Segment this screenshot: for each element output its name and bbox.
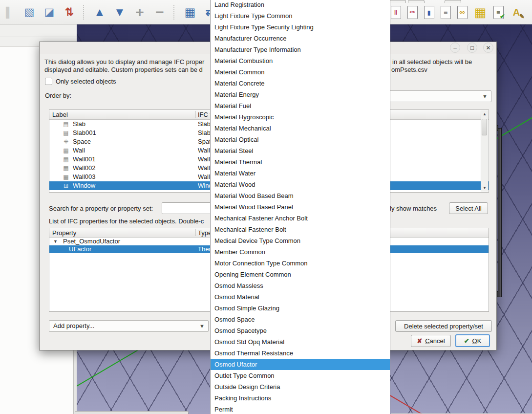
doc-book-icon[interactable]: ▮ — [423, 4, 435, 21]
column-ifc-type[interactable]: IFC t — [198, 111, 212, 118]
dropdown-item[interactable]: Material Wood — [211, 179, 390, 190]
dropdown-item[interactable]: Manufacturer Occurrence — [211, 33, 390, 44]
dropdown-item[interactable]: Osmod Space — [211, 314, 390, 325]
dropdown-item[interactable]: Land Registration — [211, 0, 390, 10]
dropdown-item[interactable]: Osmod Spacetype — [211, 325, 390, 336]
spreadsheet-icon[interactable]: ▦ — [473, 4, 488, 21]
toolbar-tab-stub — [445, 0, 461, 3]
dropdown-item[interactable]: Osmod Thermal Resistance — [211, 348, 390, 359]
toolbar-tab-stub — [389, 0, 406, 3]
dropdown-item[interactable]: Packing Instructions — [211, 392, 390, 404]
dialog-description-line2: displayed and editable. Custom propertie… — [44, 66, 203, 73]
dropdown-item[interactable]: Osmod Massless — [211, 280, 390, 291]
dropdown-item[interactable]: Material Hygroscopic — [211, 111, 390, 123]
toolbar-icon-glyph: oo — [460, 10, 465, 15]
scroll-down-icon[interactable]: ▼ — [481, 186, 488, 190]
dropdown-item[interactable]: Motor Connection Type Common — [211, 258, 390, 269]
remove-icon[interactable]: − — [152, 4, 167, 21]
dropdown-item[interactable]: Mechanical Fastener Bolt — [211, 224, 390, 235]
toolbar-icon-glyph: ▌ — [6, 7, 13, 17]
expand-triangle-icon[interactable]: ▼ — [53, 238, 58, 245]
dropdown-item-label: Land Registration — [214, 1, 264, 8]
dropdown-item[interactable]: Manufacturer Type Information — [211, 44, 390, 55]
chevron-down-icon: ▼ — [199, 323, 205, 329]
dropdown-item[interactable]: Outside Design Criteria — [211, 381, 390, 392]
dropdown-item[interactable]: Material Optical — [211, 134, 390, 145]
dropdown-item[interactable]: Material Combustion — [211, 55, 390, 66]
dropdown-item[interactable]: Osmod Simple Glazing — [211, 303, 390, 314]
dropdown-item-label: Manufacturer Occurrence — [214, 35, 286, 42]
toolbar-icon-glyph: ▦ — [185, 6, 196, 18]
move-down-icon[interactable]: ▼ — [112, 4, 127, 21]
object-ifc-type: Wall — [198, 164, 210, 173]
dropdown-item[interactable]: Permit — [211, 404, 390, 414]
dropdown-item[interactable]: Material Energy — [211, 89, 390, 100]
object-ifc-type: Spat — [198, 137, 211, 146]
dropdown-item[interactable]: Material Thermal — [211, 156, 390, 168]
doc-layers-icon[interactable]: ≡ — [440, 4, 451, 21]
only-selected-label: Only selected objects — [56, 78, 116, 85]
dropdown-item-label: Osmod Ufactor — [214, 361, 257, 368]
dropdown-item[interactable]: Material Wood Based Beam — [211, 190, 390, 201]
dropdown-item[interactable]: Mechanical Fastener Anchor Bolt — [211, 213, 390, 224]
column-label[interactable]: Label — [52, 111, 68, 118]
dropdown-item[interactable]: Medical Device Type Common — [211, 235, 390, 246]
only-selected-checkbox[interactable] — [45, 78, 52, 85]
drawing-sheet-icon[interactable]: ◪ — [42, 4, 57, 21]
ok-button[interactable]: ✔ OK — [455, 334, 490, 347]
swap-arrows-icon[interactable]: ⇅ — [62, 4, 77, 21]
doc-coins-icon[interactable]: oo — [456, 4, 468, 21]
dropdown-item[interactable]: Outlet Type Common — [211, 370, 390, 381]
bottom-scroll-stub[interactable] — [75, 411, 189, 414]
cancel-button[interactable]: ✘ Cancel — [411, 335, 451, 347]
doc-bars-icon[interactable]: ‖ — [390, 4, 402, 21]
dropdown-item[interactable]: Material Mechanical — [211, 123, 390, 134]
select-all-label: Select All — [455, 205, 481, 212]
toolbar-icon-glyph: ◪ — [44, 7, 55, 18]
scroll-up-icon[interactable]: ▲ — [481, 112, 488, 116]
dropdown-item[interactable]: Material Common — [211, 66, 390, 78]
partial-icon[interactable]: ▌ — [2, 4, 17, 21]
dropdown-item[interactable]: Osmod Material — [211, 291, 390, 303]
dropdown-item[interactable]: Material Water — [211, 168, 390, 179]
dropdown-item[interactable]: Material Concrete — [211, 78, 390, 89]
dropdown-item-label: Material Wood Based Beam — [214, 192, 294, 199]
dropdown-item[interactable]: Material Fuel — [211, 100, 390, 111]
minimize-button[interactable]: – — [450, 43, 460, 53]
order-by-label: Order by: — [45, 92, 71, 99]
dropdown-item[interactable]: Member Common — [211, 246, 390, 258]
column-property[interactable]: Property — [52, 229, 76, 237]
vertical-scrollbar[interactable]: ▲ ▼ — [481, 110, 488, 192]
dropdown-item[interactable]: Light Fixture Type Common — [211, 10, 390, 22]
object-ifc-type: Wall — [198, 173, 210, 181]
dropdown-item[interactable]: Material Wood Based Panel — [211, 201, 390, 213]
column-divider[interactable] — [195, 111, 196, 118]
column-divider[interactable] — [195, 229, 196, 236]
doc-code-icon[interactable]: </> — [406, 4, 418, 21]
dropdown-item[interactable]: Osmod Ufactor — [211, 359, 390, 370]
scrollbar-thumb[interactable] — [482, 119, 487, 135]
dropdown-item-label: Osmod Material — [214, 293, 259, 301]
add-property-value: Add property... — [53, 322, 94, 329]
add-property-combobox[interactable]: Add property... ▼ — [49, 320, 209, 332]
close-button[interactable]: ✕ — [483, 43, 493, 53]
slab-icon: ▤ — [62, 129, 70, 137]
dropdown-item[interactable]: Light Fixture Type Security Lighting — [211, 22, 390, 33]
select-all-button[interactable]: Select All — [449, 202, 488, 214]
wall-3d-shape[interactable] — [498, 128, 502, 297]
column-type[interactable]: Type — [198, 229, 212, 237]
dropdown-item[interactable]: Opening Element Common — [211, 269, 390, 280]
annotation-icon[interactable]: A✎ — [509, 4, 524, 21]
maximize-button[interactable]: □ — [467, 43, 477, 53]
object-label: Wall001 — [73, 155, 95, 164]
dropdown-item-label: Osmod Spacetype — [214, 327, 267, 334]
views-grid-icon[interactable]: ▦ — [183, 4, 197, 21]
object-ifc-type: Wall — [198, 146, 210, 155]
checklist-icon[interactable]: ≡✔ — [492, 4, 504, 21]
dropdown-item[interactable]: Material Steel — [211, 145, 390, 156]
delete-property-button[interactable]: Delete selected property/set — [395, 320, 492, 332]
add-icon[interactable]: + — [132, 4, 147, 21]
fit-zoom-icon[interactable]: ▧ — [22, 4, 37, 21]
move-up-icon[interactable]: ▲ — [92, 4, 107, 21]
dropdown-item[interactable]: Osmod Std Opq Material — [211, 336, 390, 348]
